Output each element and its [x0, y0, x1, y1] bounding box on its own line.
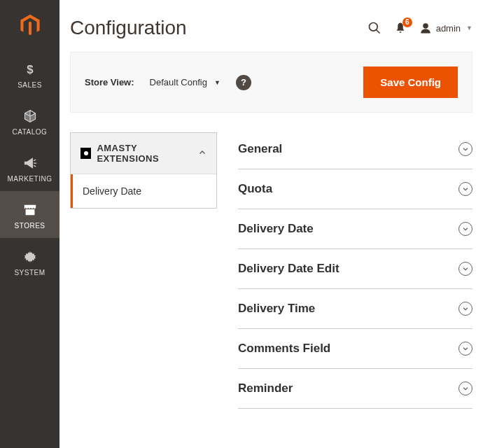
section-title: Delivery Time: [238, 302, 315, 316]
help-button[interactable]: ?: [236, 75, 251, 90]
section-delivery-time[interactable]: Delivery Time: [238, 289, 472, 329]
svg-point-3: [423, 23, 428, 29]
config-sections: General Quota Delivery Date Delivery Dat…: [238, 132, 472, 409]
store-view-label: Store View:: [85, 77, 134, 88]
config-content: AMASTY EXTENSIONS Delivery Date General …: [70, 132, 472, 448]
search-icon: [368, 21, 382, 35]
nav-label: CATALOG: [13, 128, 48, 136]
expand-icon: [458, 142, 472, 156]
user-icon: [419, 22, 432, 34]
section-title: Reminder: [238, 382, 293, 396]
section-delivery-date[interactable]: Delivery Date: [238, 209, 472, 249]
amasty-logo-icon: [80, 148, 91, 159]
megaphone-icon: [23, 154, 37, 172]
store-icon: [22, 201, 38, 219]
caret-down-icon: ▼: [214, 79, 220, 86]
admin-sidebar: $ SALES CATALOG MARKETING STORES SYSTEM: [0, 0, 59, 448]
config-group-amasty[interactable]: AMASTY EXTENSIONS: [71, 133, 216, 174]
nav-catalog[interactable]: CATALOG: [0, 97, 59, 144]
expand-icon: [458, 382, 472, 396]
chevron-up-icon: [198, 147, 206, 160]
config-group-title: AMASTY EXTENSIONS: [80, 143, 198, 164]
section-general[interactable]: General: [238, 136, 472, 169]
nav-sales[interactable]: $ SALES: [0, 50, 59, 97]
header-actions: 6 admin ▼: [368, 21, 472, 35]
section-title: Quota: [238, 182, 272, 196]
nav-system[interactable]: SYSTEM: [0, 238, 59, 285]
save-config-button[interactable]: Save Config: [363, 66, 458, 98]
section-title: General: [238, 142, 282, 156]
notifications-badge: 6: [402, 18, 412, 27]
expand-icon: [458, 302, 472, 316]
section-title: Delivery Date: [238, 222, 314, 236]
page-title: Configuration: [70, 17, 187, 39]
gear-icon: [23, 248, 37, 266]
nav-label: MARKETING: [8, 175, 52, 183]
config-subitem-delivery-date[interactable]: Delivery Date: [71, 174, 216, 208]
section-title: Delivery Date Edit: [238, 262, 340, 276]
expand-icon: [458, 182, 472, 196]
store-scope: Store View: Default Config ▼ ?: [85, 75, 251, 90]
section-title: Comments Field: [238, 342, 330, 356]
nav-label: SYSTEM: [14, 269, 45, 276]
section-quota[interactable]: Quota: [238, 169, 472, 209]
svg-text:$: $: [27, 63, 34, 76]
section-reminder[interactable]: Reminder: [238, 369, 472, 409]
notifications-button[interactable]: 6: [394, 22, 407, 34]
nav-label: SALES: [18, 81, 42, 89]
caret-down-icon: ▼: [466, 24, 472, 31]
box-icon: [23, 107, 37, 125]
section-comments-field[interactable]: Comments Field: [238, 329, 472, 369]
user-label: admin: [436, 23, 461, 34]
store-view-value: Default Config: [150, 77, 207, 88]
config-group-label: AMASTY EXTENSIONS: [97, 143, 198, 164]
expand-icon: [458, 222, 472, 236]
user-menu[interactable]: admin ▼: [419, 22, 472, 34]
expand-icon: [458, 262, 472, 276]
search-button[interactable]: [368, 21, 382, 35]
dollar-icon: $: [23, 60, 37, 78]
nav-marketing[interactable]: MARKETING: [0, 144, 59, 191]
magento-logo[interactable]: [0, 0, 59, 50]
config-nav: AMASTY EXTENSIONS Delivery Date: [70, 132, 217, 209]
svg-point-1: [369, 23, 377, 31]
store-view-select[interactable]: Default Config ▼: [150, 77, 220, 88]
section-delivery-date-edit[interactable]: Delivery Date Edit: [238, 249, 472, 289]
svg-line-2: [376, 30, 379, 34]
page-header: Configuration 6 admin ▼: [70, 13, 472, 52]
main-area: Configuration 6 admin ▼ Store View: Defa…: [59, 0, 483, 448]
nav-label: STORES: [15, 222, 46, 230]
expand-icon: [458, 342, 472, 356]
nav-stores[interactable]: STORES: [0, 191, 59, 238]
config-toolbar: Store View: Default Config ▼ ? Save Conf…: [70, 52, 472, 113]
